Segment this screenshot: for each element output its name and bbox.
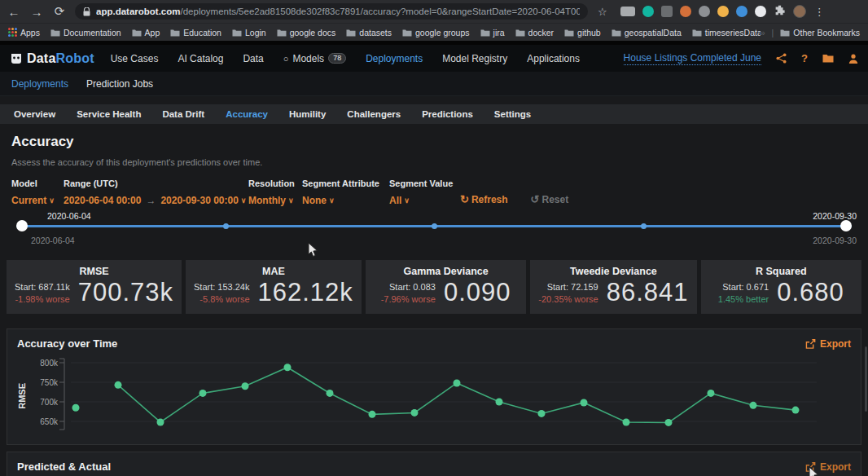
slider-handle-start[interactable] <box>16 220 28 231</box>
tab-challengers[interactable]: Challengers <box>336 104 411 124</box>
bookmark-item[interactable]: github <box>564 28 601 37</box>
bookmark-item[interactable]: Education <box>170 28 221 37</box>
metric-card-mae[interactable]: MAE Start: 153.24k -5.8% worse 162.12k <box>186 260 362 314</box>
subnav-item-prediction-jobs[interactable]: Prediction Jobs <box>86 78 153 90</box>
extension-icon-gray[interactable] <box>699 6 710 17</box>
bookmark-item[interactable]: docker <box>515 28 555 37</box>
metric-card-gamma-deviance[interactable]: Gamma Deviance Start: 0.083 -7.96% worse… <box>366 260 526 314</box>
tab-service-health[interactable]: Service Health <box>66 104 151 124</box>
nav-item-use-cases[interactable]: Use Cases <box>111 53 159 64</box>
nav-item-deployments[interactable]: Deployments <box>366 53 423 64</box>
slider-max-label: 2020-09-30 <box>813 236 857 245</box>
tab-humility[interactable]: Humility <box>278 104 336 124</box>
extension-icon-gray-g[interactable] <box>661 6 673 17</box>
extension-icon-orange[interactable] <box>680 6 691 17</box>
nav-item-applications[interactable]: Applications <box>527 53 580 64</box>
tab-accuracy[interactable]: Accuracy <box>215 104 278 124</box>
page-scrollbar[interactable] <box>865 346 867 412</box>
address-bar[interactable]: app.datarobot.com/deployments/5ee2ad8150… <box>75 3 588 20</box>
slider-min-label: 2020-06-04 <box>31 236 75 245</box>
browser-menu-icon[interactable]: ⋮ <box>814 6 825 18</box>
bookmarks-overflow-chevron[interactable]: » <box>761 28 765 37</box>
metric-start-value: Start: 0.083 <box>389 282 436 292</box>
slider-handle-end[interactable] <box>840 220 852 231</box>
metric-start-value: Start: 687.11k <box>15 282 70 292</box>
metric-delta: -7.96% worse <box>381 294 436 304</box>
segment-value-filter-label: Segment Value <box>389 178 460 188</box>
tab-overview[interactable]: Overview <box>3 104 66 124</box>
extension-icon-yellow[interactable] <box>717 6 729 17</box>
model-filter-dropdown[interactable]: Current∨ <box>11 195 64 206</box>
models-icon: ○ <box>283 54 289 64</box>
browser-forward-button[interactable]: → <box>29 5 44 19</box>
bookmark-star-icon[interactable]: ☆ <box>598 6 607 18</box>
reset-button[interactable]: ↺Reset <box>531 193 569 205</box>
folder-icon-header[interactable] <box>822 54 834 63</box>
nav-item-models[interactable]: ○Models78 <box>283 53 346 64</box>
bookmark-item[interactable]: google groups <box>402 28 470 37</box>
export-button[interactable]: Export <box>805 338 851 350</box>
bookmark-item[interactable]: geospatialData <box>612 28 682 37</box>
y-axis-label: RMSE <box>17 383 27 409</box>
nav-item-label: Model Registry <box>442 53 507 64</box>
bookmark-item[interactable]: google docs <box>277 28 336 37</box>
models-count-badge: 78 <box>328 53 346 64</box>
predicted-actual-title: Predicted & Actual <box>17 461 111 473</box>
help-icon[interactable]: ? <box>801 52 808 64</box>
metric-card-rmse[interactable]: RMSE Start: 687.11k -1.98% worse 700.73k <box>7 260 182 314</box>
chart-title: Accuracy over Time <box>17 337 117 350</box>
metric-card-r-squared[interactable]: R Squared Start: 0.671 1.45% better 0.68… <box>701 260 861 314</box>
tab-settings[interactable]: Settings <box>484 104 541 124</box>
bookmark-apps[interactable]: Apps <box>8 28 40 37</box>
slider-track[interactable] <box>16 225 852 227</box>
other-bookmarks-button[interactable]: Other Bookmarks <box>780 28 860 37</box>
subnav-item-deployments[interactable]: Deployments <box>11 78 68 90</box>
accuracy-line-chart[interactable]: 800k750k700k650k <box>28 356 835 436</box>
bookmark-label: timeseriesData <box>705 28 761 37</box>
bookmark-item[interactable]: Documentation <box>50 28 121 37</box>
bookmark-item[interactable]: jira <box>480 28 505 37</box>
browser-profile-avatar[interactable] <box>793 5 806 18</box>
share-icon[interactable] <box>776 53 787 64</box>
bookmark-label: geospatialData <box>625 28 682 37</box>
page-description: Assess the accuracy of this deployment's… <box>11 157 868 167</box>
metric-value: 86.841 <box>607 279 689 306</box>
deployment-name-link[interactable]: House Listings Completed June <box>624 52 761 65</box>
segment-value-dropdown[interactable]: All∨ <box>389 195 460 206</box>
nav-item-ai-catalog[interactable]: AI Catalog <box>178 53 223 64</box>
extension-icon-white[interactable] <box>755 6 766 17</box>
chevron-down-icon: ∨ <box>329 196 335 205</box>
metric-value: 700.73k <box>78 279 173 306</box>
resolution-filter-dropdown[interactable]: Monthly∨ <box>248 195 302 206</box>
nav-item-model-registry[interactable]: Model Registry <box>442 53 507 64</box>
browser-reload-button[interactable]: ⟳ <box>52 4 67 19</box>
nav-item-data[interactable]: Data <box>243 53 263 64</box>
datarobot-logo[interactable]: DataRobot <box>10 51 94 66</box>
metric-card-tweedie-deviance[interactable]: Tweedie Deviance Start: 72.159 -20.35% w… <box>530 260 696 314</box>
metric-start-value: Start: 153.24k <box>194 282 250 292</box>
bookmark-item[interactable]: Login <box>232 28 266 37</box>
extension-icon-teal[interactable] <box>642 6 654 17</box>
metric-cards-row: RMSE Start: 687.11k -1.98% worse 700.73k… <box>7 260 861 314</box>
bookmark-item[interactable]: datasets <box>346 28 392 37</box>
tab-data-drift[interactable]: Data Drift <box>151 104 215 124</box>
bookmark-item[interactable]: App <box>132 28 160 37</box>
browser-back-button[interactable]: ← <box>7 5 21 19</box>
mouse-cursor-2 <box>809 466 819 476</box>
bookmark-item[interactable]: timeseriesData <box>692 28 761 37</box>
bookmarks-bar: AppsDocumentationAppEducationLogingoogle… <box>0 23 868 41</box>
refresh-button[interactable]: ↻Refresh <box>460 193 508 205</box>
segment-attribute-dropdown[interactable]: None∨ <box>302 195 389 206</box>
user-icon[interactable] <box>848 54 858 64</box>
folder-icon <box>612 29 621 37</box>
range-filter-dropdown[interactable]: 2020-06-04 00:00→2020-09-30 00:00∨ <box>64 195 248 206</box>
metric-delta: -1.98% worse <box>15 294 69 304</box>
bookmark-label: Documentation <box>64 28 121 37</box>
extension-icon-blue[interactable] <box>736 6 747 17</box>
extension-icon-card[interactable] <box>620 7 635 16</box>
resolution-filter-label: Resolution <box>248 178 302 188</box>
tab-predictions[interactable]: Predictions <box>411 104 484 124</box>
extensions-puzzle-icon[interactable] <box>774 4 785 19</box>
metric-name: MAE <box>194 266 353 277</box>
lock-icon <box>83 7 90 16</box>
